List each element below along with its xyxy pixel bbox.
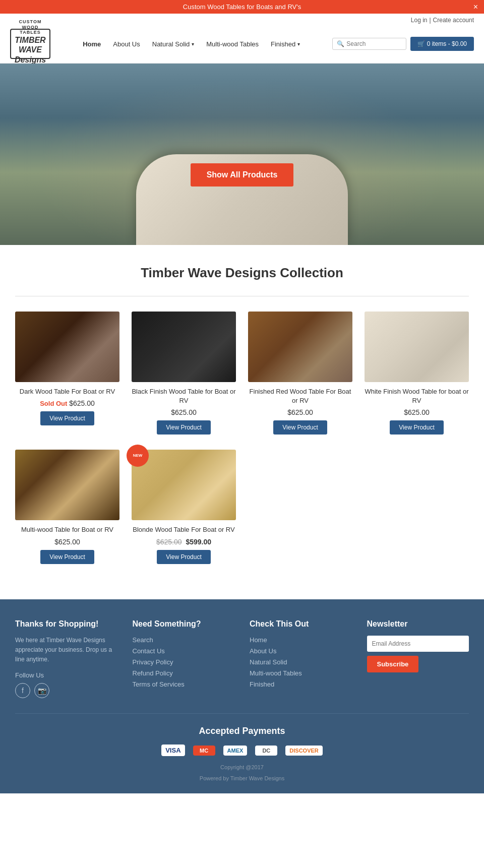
accepted-payments-title: Accepted Payments [15,726,469,736]
footer-bottom: Accepted Payments VISA MC AMEX DC DISCOV… [15,713,469,793]
nav-home[interactable]: Home [78,37,106,51]
newsletter-email-input[interactable] [367,636,469,652]
product-name: Dark Wood Table For Boat or RV [20,387,115,396]
footer-newsletter: Newsletter Subscribe [367,619,469,699]
product-price: $625.00 [287,408,313,416]
empty-slot [365,450,469,564]
logo[interactable]: CUSTOM WOOD TABLES TIMBER WAVE Designs F… [10,29,50,59]
view-product-button[interactable]: View Product [157,420,210,435]
product-card: Dark Wood Table For Boat or RV Sold Out … [15,312,119,435]
product-image [15,450,119,520]
subscribe-button[interactable]: Subscribe [367,656,419,672]
cart-button[interactable]: 🛒 0 items - $0.00 [410,37,474,51]
copyright-text: Copyright @2017 [15,764,469,770]
footer-link-privacy-policy[interactable]: Privacy Policy [133,658,173,666]
footer-link-contact-us[interactable]: Contact Us [133,647,165,655]
site-header: Log in | Create account CUSTOM WOOD TABL… [0,14,484,64]
cart-label: 0 items - $0.00 [427,40,467,47]
chevron-down-icon: ▾ [297,41,300,47]
footer-link-home[interactable]: Home [250,636,267,644]
product-name: Multi-wood Table for Boat or RV [21,525,113,534]
product-name: White Finish Wood Table for boat or RV [365,387,469,405]
nav-natural-solid[interactable]: Natural Solid ▾ [147,37,199,51]
footer-thanks: Thanks for Shopping! We here at Timber W… [15,619,117,699]
logo-designs: Designs [15,55,46,65]
amex-payment-icon: AMEX [223,746,248,756]
close-banner-button[interactable]: × [473,3,478,12]
footer-newsletter-heading: Newsletter [367,619,469,629]
view-product-button[interactable]: View Product [273,420,327,435]
follow-label: Follow Us [15,671,117,679]
view-product-button[interactable]: View Product [390,420,443,435]
view-product-button[interactable]: View Product [40,550,94,564]
view-product-button[interactable]: View Product [157,550,210,564]
header-auth: Log in | Create account [10,14,474,25]
payment-icons: VISA MC AMEX DC DISCOVER [15,745,469,756]
footer-link-refund-policy[interactable]: Refund Policy [133,669,173,677]
footer-link-multi-wood[interactable]: Multi-wood Tables [250,669,302,677]
footer-link-natural-solid[interactable]: Natural Solid [250,658,287,666]
logo-brand: TIMBER WAVE [11,35,49,54]
search-box[interactable]: 🔍 [332,38,406,50]
product-image [15,312,119,382]
nav-multi-wood[interactable]: Multi-wood Tables [201,37,264,51]
product-price: $625.00 [404,408,430,416]
nav-about-us[interactable]: About Us [108,37,145,51]
product-card: Finished Red Wood Table For Boat or RV $… [248,312,352,435]
nav-finished[interactable]: Finished ▾ [266,37,305,51]
show-all-products-button[interactable]: Show All Products [191,163,294,187]
product-card: NEW Blonde Wood Table For Boat or RV $62… [132,450,236,564]
divider [15,296,469,296]
product-name: Black Finish Wood Table for Boat or RV [132,387,236,405]
discover-payment-icon: DISCOVER [285,746,322,756]
footer-link-terms[interactable]: Terms of Services [133,680,185,688]
footer-thanks-heading: Thanks for Shopping! [15,619,117,629]
product-price: Sold Out $625.00 [40,399,95,407]
product-price: $625.00 $599.00 [156,538,211,546]
search-icon: 🔍 [337,40,344,47]
footer-links-need: Search Contact Us Privacy Policy Refund … [133,636,235,688]
footer-link-search[interactable]: Search [133,636,153,644]
collection-section: Timber Wave Designs Collection Dark Wood… [0,245,484,599]
original-price: $625.00 [69,399,95,407]
footer-check-this-out: Check This Out Home About Us Natural Sol… [250,619,352,699]
product-price: $625.00 [171,408,197,416]
product-name: Finished Red Wood Table For Boat or RV [248,387,352,405]
search-input[interactable] [346,40,402,47]
collection-title: Timber Wave Designs Collection [15,265,469,281]
footer-link-finished[interactable]: Finished [250,680,274,688]
banner-text: Custom Wood Tables for Boats and RV's [183,3,301,11]
footer-links-check: Home About Us Natural Solid Multi-wood T… [250,636,352,688]
create-account-link[interactable]: Create account [433,17,474,24]
footer-grid: Thanks for Shopping! We here at Timber W… [15,619,469,714]
diners-payment-icon: DC [255,746,277,756]
product-image [132,312,236,382]
product-price: $625.00 [54,538,80,546]
facebook-icon[interactable]: f [15,683,30,698]
main-nav: Home About Us Natural Solid ▾ Multi-wood… [78,37,305,51]
footer-link-about-us[interactable]: About Us [250,647,276,655]
footer-need-something: Need Something? Search Contact Us Privac… [133,619,235,699]
logo-line1: CUSTOM WOOD TABLES [11,19,49,35]
products-grid-row2: Multi-wood Table for Boat or RV $625.00 … [15,450,469,564]
header-right: 🔍 🛒 0 items - $0.00 [332,37,474,51]
powered-by-text: Powered by Timber Wave Designs [15,775,469,781]
product-image [365,312,469,382]
sale-price: $599.00 [186,538,211,546]
product-card: Multi-wood Table for Boat or RV $625.00 … [15,450,119,564]
visa-payment-icon: VISA [161,745,185,756]
login-link[interactable]: Log in [411,17,428,24]
empty-slot [248,450,352,564]
product-name: Blonde Wood Table For Boat or RV [133,525,234,534]
sold-out-label: Sold Out [40,400,67,407]
view-product-button[interactable]: View Product [40,411,94,425]
nav-finished-dropdown[interactable]: Finished ▾ [266,37,305,51]
auth-separator: | [429,17,431,24]
mastercard-payment-icon: MC [193,746,215,756]
footer-thanks-text: We here at Timber Wave Designs appreciat… [15,636,117,665]
nav-natural-solid-dropdown[interactable]: Natural Solid ▾ [147,37,199,51]
footer-check-heading: Check This Out [250,619,352,629]
hero-section: Show All Products [0,64,484,245]
instagram-icon[interactable]: 📷 [34,683,49,698]
chevron-down-icon: ▾ [192,41,194,47]
